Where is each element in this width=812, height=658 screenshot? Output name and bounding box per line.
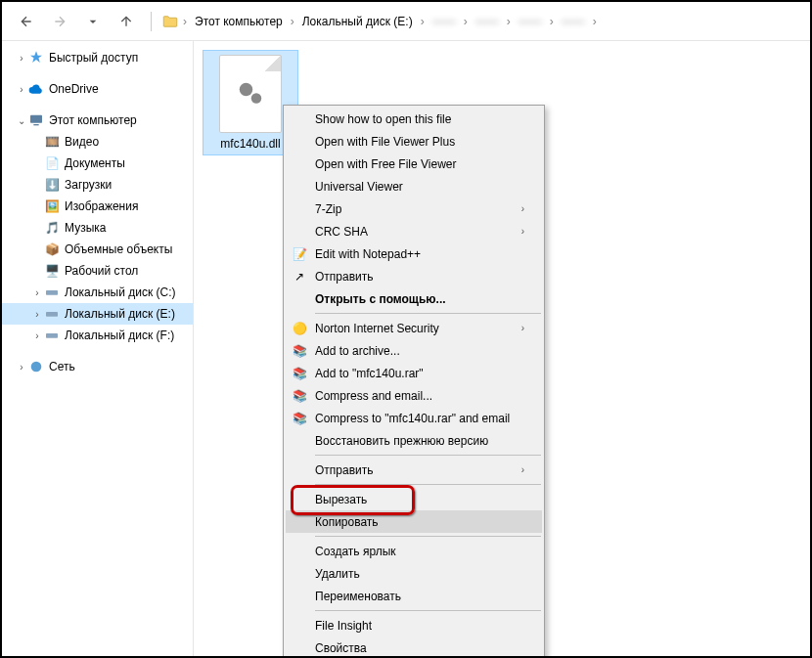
nav-label: Локальный диск (E:) <box>65 307 175 321</box>
drive-icon <box>43 328 61 343</box>
chevron-right-icon: › <box>521 464 524 475</box>
chevron-right-icon: › <box>521 226 524 237</box>
crumb-pc[interactable]: Этот компьютер <box>189 11 289 32</box>
chevron-right-icon: › <box>421 15 425 28</box>
nav-quick-access[interactable]: › Быстрый доступ <box>2 47 193 68</box>
network-icon <box>27 359 45 374</box>
ctx-norton[interactable]: 🟡Norton Internet Security› <box>286 317 542 339</box>
ctx-open-with[interactable]: Открыть с помощью... <box>286 287 542 310</box>
chevron-right-icon: › <box>16 53 27 64</box>
forward-button[interactable] <box>45 8 74 35</box>
ctx-universal-viewer[interactable]: Universal Viewer <box>286 175 542 197</box>
ctx-show-open[interactable]: Show how to open this file <box>286 108 542 130</box>
separator <box>315 455 541 456</box>
svg-point-6 <box>240 83 253 97</box>
nav-3d-objects[interactable]: ›📦Объемные объекты <box>2 239 193 260</box>
crumb-hidden[interactable]: —— <box>556 11 591 32</box>
nav-drive-f[interactable]: ›Локальный диск (F:) <box>2 325 193 346</box>
nav-label: Сеть <box>49 360 75 373</box>
nav-desktop[interactable]: ›🖥️Рабочий стол <box>2 260 193 282</box>
nav-videos[interactable]: ›🎞️Видео <box>2 131 193 153</box>
back-button[interactable] <box>12 8 41 35</box>
nav-drive-e[interactable]: ›Локальный диск (E:) <box>2 303 193 325</box>
ctx-properties[interactable]: Свойства <box>286 636 542 658</box>
nav-downloads[interactable]: ›⬇️Загрузки <box>2 174 193 196</box>
recent-dropdown[interactable] <box>78 8 108 35</box>
separator <box>315 313 541 314</box>
nav-label: Рабочий стол <box>65 264 138 278</box>
ctx-shortcut[interactable]: Создать ярлык <box>286 540 542 562</box>
crumb-hidden[interactable]: —— <box>470 11 505 32</box>
svg-rect-0 <box>30 115 42 123</box>
file-name: mfc140u.dll <box>207 137 293 151</box>
svg-rect-2 <box>46 290 58 295</box>
ctx-7zip[interactable]: 7-Zip› <box>286 197 542 220</box>
chevron-right-icon: › <box>16 84 27 95</box>
nav-label: Этот компьютер <box>49 113 137 127</box>
navigation-pane[interactable]: › Быстрый доступ › OneDrive ⌄ Этот компь… <box>2 41 194 656</box>
chevron-right-icon: › <box>464 15 468 28</box>
nav-label: Загрузки <box>65 178 112 192</box>
nav-label: Изображения <box>65 199 138 213</box>
svg-rect-1 <box>33 124 38 125</box>
folder-icon <box>161 13 179 30</box>
ctx-rename[interactable]: Переименовать <box>286 585 542 607</box>
context-menu[interactable]: Show how to open this file Open with Fil… <box>283 105 545 658</box>
nav-label: Видео <box>65 135 99 149</box>
chevron-right-icon: › <box>291 15 294 28</box>
nav-label: Документы <box>65 156 125 170</box>
ctx-copy[interactable]: Копировать <box>286 510 542 533</box>
winrar-icon: 📚 <box>292 343 307 359</box>
image-icon: 🖼️ <box>43 198 61 214</box>
chevron-right-icon: › <box>183 15 187 28</box>
nav-label: Музыка <box>65 221 106 235</box>
nav-documents[interactable]: ›📄Документы <box>2 153 193 174</box>
nav-onedrive[interactable]: › OneDrive <box>2 78 193 100</box>
winrar-icon: 📚 <box>292 411 307 426</box>
svg-rect-4 <box>46 333 58 338</box>
nav-network[interactable]: › Сеть <box>2 356 193 377</box>
ctx-open-fvp[interactable]: Open with File Viewer Plus <box>286 130 542 153</box>
chevron-right-icon: › <box>521 203 524 214</box>
up-button[interactable] <box>112 8 141 35</box>
ctx-delete[interactable]: Удалить <box>286 562 542 585</box>
file-icon <box>219 55 282 133</box>
ctx-rar-compress[interactable]: 📚Compress and email... <box>286 384 542 407</box>
ctx-open-ffv[interactable]: Open with Free File Viewer <box>286 153 542 175</box>
crumb-hidden[interactable]: —— <box>427 11 462 32</box>
separator <box>315 536 541 537</box>
star-icon <box>27 50 45 66</box>
notepad-icon: 📝 <box>292 246 307 262</box>
chevron-right-icon: › <box>593 15 597 28</box>
ctx-notepadpp[interactable]: 📝Edit with Notepad++ <box>286 242 542 265</box>
address-bar: › Этот компьютер › Локальный диск (E:) ›… <box>2 2 810 41</box>
nav-this-pc[interactable]: ⌄ Этот компьютер <box>2 110 193 131</box>
chevron-right-icon: › <box>550 15 554 28</box>
ctx-crc-sha[interactable]: CRC SHA› <box>286 220 542 242</box>
ctx-rar-add-name[interactable]: 📚Add to "mfc140u.rar" <box>286 362 542 384</box>
nav-label: OneDrive <box>49 82 99 96</box>
chevron-right-icon: › <box>521 323 524 333</box>
ctx-send-to[interactable]: Отправить› <box>286 459 542 481</box>
ctx-rar-compress-name[interactable]: 📚Compress to "mfc140u.rar" and email <box>286 407 542 429</box>
cube-icon: 📦 <box>43 241 61 257</box>
nav-music[interactable]: ›🎵Музыка <box>2 217 193 239</box>
svg-point-7 <box>251 93 262 104</box>
norton-icon: 🟡 <box>292 321 307 336</box>
crumb-hidden[interactable]: —— <box>513 11 548 32</box>
ctx-restore[interactable]: Восстановить прежнюю версию <box>286 429 542 452</box>
ctx-share[interactable]: ↗Отправить <box>286 265 542 287</box>
document-icon: 📄 <box>43 155 61 171</box>
ctx-file-insight[interactable]: File Insight <box>286 614 542 636</box>
download-icon: ⬇️ <box>43 177 61 193</box>
crumb-drive-e[interactable]: Локальный диск (E:) <box>296 11 419 32</box>
desktop-icon: 🖥️ <box>43 263 61 279</box>
nav-pictures[interactable]: ›🖼️Изображения <box>2 196 193 217</box>
separator <box>315 484 541 485</box>
separator <box>315 610 541 611</box>
ctx-rar-add[interactable]: 📚Add to archive... <box>286 339 542 362</box>
nav-label: Локальный диск (F:) <box>65 329 174 342</box>
breadcrumb[interactable]: › Этот компьютер › Локальный диск (E:) ›… <box>183 11 800 32</box>
ctx-cut[interactable]: Вырезать <box>286 488 542 510</box>
nav-drive-c[interactable]: ›Локальный диск (C:) <box>2 282 193 303</box>
